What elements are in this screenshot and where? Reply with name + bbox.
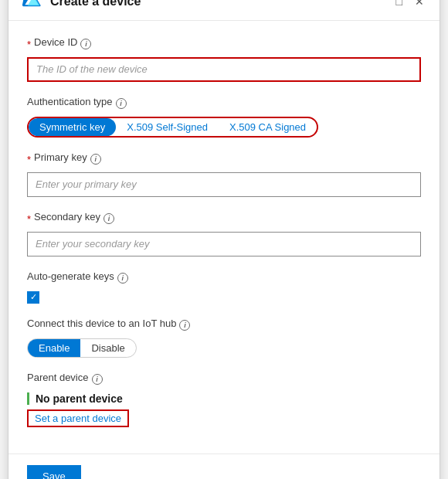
no-parent-text: No parent device bbox=[27, 392, 421, 405]
iot-hub-label: Connect this device to an IoT hub bbox=[27, 318, 176, 329]
secondary-key-required: * bbox=[27, 213, 31, 225]
auto-generate-checkbox-group: ✓ bbox=[27, 291, 421, 304]
iot-hub-toggle: Enable Disable bbox=[27, 338, 137, 358]
iot-hub-enable-btn[interactable]: Enable bbox=[28, 339, 80, 357]
auth-btn-self-signed[interactable]: X.509 Self-Signed bbox=[116, 118, 219, 136]
auth-btn-ca-signed[interactable]: X.509 CA Signed bbox=[219, 118, 317, 136]
iot-hub-label-row: Connect this device to an IoT hub i bbox=[27, 318, 421, 334]
dialog-title: Create a device bbox=[50, 0, 141, 8]
auth-btn-symmetric[interactable]: Symmetric key bbox=[29, 118, 116, 136]
auth-type-buttons: Symmetric key X.509 Self-Signed X.509 CA… bbox=[27, 117, 318, 138]
dialog-header: Create a device □ ✕ bbox=[8, 0, 440, 21]
auth-type-label-row: Authentication type i bbox=[27, 96, 421, 112]
secondary-key-input[interactable] bbox=[27, 232, 421, 256]
close-button[interactable]: ✕ bbox=[412, 0, 427, 9]
primary-key-label-row: * Primary key i bbox=[27, 151, 421, 168]
parent-device-label-row: Parent device i bbox=[27, 372, 421, 388]
create-device-dialog: Create a device □ ✕ * Device ID i Authen… bbox=[8, 0, 440, 479]
auto-generate-checkbox[interactable]: ✓ bbox=[27, 291, 39, 304]
primary-key-label: Primary key bbox=[34, 151, 87, 163]
device-id-info-icon[interactable]: i bbox=[80, 39, 91, 49]
iot-hub-info-icon[interactable]: i bbox=[179, 320, 190, 331]
iot-hub-disable-btn[interactable]: Disable bbox=[80, 339, 135, 357]
save-button[interactable]: Save bbox=[27, 465, 81, 480]
dialog-footer: Save bbox=[8, 454, 440, 480]
secondary-key-info-icon[interactable]: i bbox=[104, 213, 114, 224]
header-controls: □ ✕ bbox=[393, 0, 427, 9]
parent-device-group: Parent device i No parent device Set a p… bbox=[27, 372, 421, 427]
auth-type-label: Authentication type bbox=[27, 96, 113, 107]
primary-key-info-icon[interactable]: i bbox=[90, 154, 101, 165]
secondary-key-label-row: * Secondary key i bbox=[27, 211, 421, 227]
device-id-group: * Device ID i bbox=[27, 36, 421, 82]
dialog-body: * Device ID i Authentication type i Symm… bbox=[8, 21, 440, 454]
auto-generate-group: Auto-generate keys i ✓ bbox=[27, 270, 421, 304]
azure-icon bbox=[21, 0, 42, 12]
device-id-input[interactable] bbox=[27, 57, 421, 82]
device-id-label-row: * Device ID i bbox=[27, 36, 421, 53]
auto-generate-label: Auto-generate keys bbox=[27, 270, 114, 282]
device-id-required: * bbox=[27, 39, 31, 50]
parent-device-label: Parent device bbox=[27, 372, 89, 383]
set-parent-link[interactable]: Set a parent device bbox=[27, 409, 129, 427]
minimize-button[interactable]: □ bbox=[393, 0, 406, 9]
dialog-title-row: Create a device bbox=[21, 0, 141, 12]
primary-key-required: * bbox=[27, 154, 31, 165]
auth-type-group: Authentication type i Symmetric key X.50… bbox=[27, 96, 421, 138]
secondary-key-label: Secondary key bbox=[34, 211, 100, 223]
auth-type-info-icon[interactable]: i bbox=[116, 98, 127, 109]
primary-key-group: * Primary key i bbox=[27, 151, 421, 197]
secondary-key-group: * Secondary key i bbox=[27, 211, 421, 256]
primary-key-input[interactable] bbox=[27, 172, 421, 197]
device-id-label: Device ID bbox=[34, 36, 77, 48]
auto-generate-label-row: Auto-generate keys i bbox=[27, 270, 421, 287]
iot-hub-group: Connect this device to an IoT hub i Enab… bbox=[27, 318, 421, 358]
checkmark-icon: ✓ bbox=[30, 292, 37, 302]
auto-generate-info-icon[interactable]: i bbox=[117, 273, 128, 284]
parent-device-info-icon[interactable]: i bbox=[92, 374, 103, 385]
